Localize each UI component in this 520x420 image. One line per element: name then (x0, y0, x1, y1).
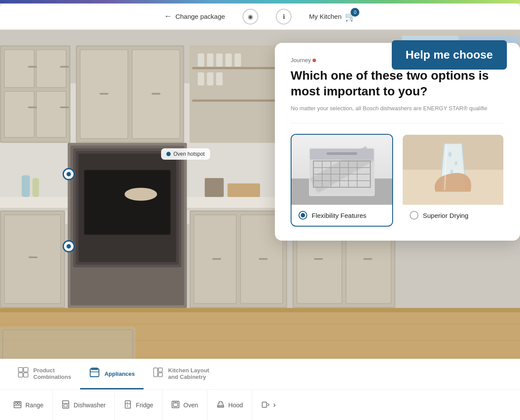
sub-tabs: Range Dishwasher Fridge (0, 389, 520, 420)
my-kitchen-button[interactable]: My Kitchen 🛒 0 (309, 11, 356, 22)
sub-tab-range-label: Range (25, 402, 43, 409)
cart-badge: 0 (351, 8, 359, 17)
option-flexibility-radio (299, 211, 307, 220)
svg-rect-115 (14, 402, 21, 408)
tab-kitchen-layout[interactable]: Kitchen Layout and Cabinetry (144, 359, 218, 389)
option-flexibility[interactable]: Flexibility Features (291, 134, 393, 227)
option-drying-radio (410, 211, 418, 220)
tab-product-combinations[interactable]: Product Combinations (9, 359, 80, 389)
svg-rect-57 (73, 267, 182, 302)
svg-rect-55 (85, 171, 169, 234)
svg-rect-121 (64, 404, 67, 407)
svg-rect-47 (4, 215, 61, 304)
product-combinations-icon (18, 367, 29, 381)
hood-icon (216, 400, 225, 410)
svg-rect-107 (18, 373, 23, 377)
svg-rect-74 (32, 178, 39, 197)
svg-rect-5 (36, 50, 66, 88)
navigation-bar: ← Change package ◉ ℹ My Kitchen 🛒 0 (0, 4, 520, 30)
journey-question-title: Which one of these two options is most i… (291, 68, 504, 100)
oven-icon (171, 400, 180, 410)
hotspot-oven[interactable]: Oven hotspot (161, 148, 210, 160)
back-button[interactable]: ← Change package (164, 12, 225, 21)
option-flexibility-label: Flexibility Features (292, 205, 392, 226)
svg-rect-25 (235, 53, 241, 66)
help-choose-button[interactable]: Help me choose (392, 40, 507, 70)
info-icon: ℹ (283, 13, 285, 20)
svg-rect-97 (327, 152, 357, 155)
tab-appliances-label: Appliances (105, 371, 135, 377)
main-container: ← Change package ◉ ℹ My Kitchen 🛒 0 (0, 4, 520, 420)
fridge-icon (123, 400, 132, 410)
kitchen-scene: Oven hotspot Help me choose Journey Whic… (0, 30, 520, 359)
svg-rect-19 (192, 67, 279, 69)
sub-tab-oven-label: Oven (183, 402, 198, 409)
option-drying[interactable]: Superior Drying (402, 134, 504, 227)
svg-rect-28 (216, 73, 223, 86)
tab-kitchen-layout-label: Kitchen Layout and Cabinetry (168, 367, 209, 380)
sub-tab-hood-label: Hood (228, 402, 243, 409)
svg-rect-21 (198, 53, 204, 66)
oven-hotspot-dot-icon (166, 152, 171, 156)
broadcast-icon: ◉ (248, 13, 253, 20)
svg-point-100 (448, 152, 452, 157)
svg-rect-20 (192, 99, 279, 102)
option-drying-text: Superior Drying (423, 212, 468, 219)
svg-rect-113 (158, 368, 162, 372)
svg-rect-27 (207, 73, 214, 86)
svg-point-101 (455, 161, 457, 165)
sub-tab-dishwasher-label: Dishwasher (74, 402, 105, 409)
journey-required-indicator (313, 59, 316, 62)
svg-rect-71 (228, 183, 260, 197)
svg-rect-4 (4, 50, 34, 88)
tab-kitchen-layout-line2: and Cabinetry (168, 374, 209, 380)
oven-hotspot-label: Oven hotspot (173, 151, 204, 157)
sub-tab-hood[interactable]: Hood (207, 390, 252, 420)
svg-rect-6 (4, 91, 34, 137)
svg-rect-63 (259, 258, 268, 260)
info-icon-button[interactable]: ℹ (276, 9, 292, 24)
sub-tab-range[interactable]: Range (4, 390, 53, 420)
svg-rect-105 (18, 368, 23, 372)
dishwasher-icon (61, 400, 70, 410)
svg-rect-8 (28, 66, 37, 68)
sub-tab-more[interactable]: › (252, 390, 285, 420)
svg-rect-131 (218, 406, 224, 407)
option-drying-label: Superior Drying (403, 205, 503, 226)
svg-point-130 (177, 402, 178, 402)
appliances-icon (89, 367, 100, 381)
journey-options: Flexibility Features (291, 134, 504, 227)
sub-tab-oven[interactable]: Oven (162, 390, 207, 420)
hotspot-lower-left[interactable] (63, 240, 75, 252)
svg-rect-68 (314, 258, 323, 260)
svg-point-128 (173, 402, 174, 402)
svg-rect-17 (152, 93, 161, 95)
svg-rect-108 (24, 373, 28, 377)
top-color-bar (0, 0, 520, 4)
hotspot-left[interactable] (63, 168, 75, 180)
svg-rect-70 (205, 178, 224, 197)
svg-rect-122 (125, 401, 130, 408)
back-label: Change package (176, 13, 225, 20)
tab-product-combinations-line2: Combinations (33, 374, 71, 380)
sub-tab-fridge[interactable]: Fridge (115, 390, 162, 420)
sub-tab-more-label: › (273, 400, 276, 410)
svg-rect-22 (207, 53, 214, 66)
svg-point-116 (15, 402, 18, 405)
journey-subtitle: No matter your selection, all Bosch dish… (291, 104, 504, 113)
svg-rect-114 (158, 373, 162, 377)
tab-kitchen-layout-line1: Kitchen Layout (168, 367, 209, 374)
svg-rect-134 (262, 402, 267, 407)
sub-tab-dishwasher[interactable]: Dishwasher (53, 390, 115, 420)
svg-rect-62 (212, 258, 221, 260)
tab-appliances[interactable]: Appliances (80, 359, 144, 389)
svg-line-136 (267, 405, 269, 406)
more-icon (261, 400, 270, 410)
svg-rect-7 (36, 91, 66, 137)
svg-rect-80 (0, 327, 135, 359)
svg-rect-73 (22, 175, 30, 197)
svg-rect-10 (60, 66, 69, 68)
back-arrow-icon: ← (164, 12, 172, 21)
broadcast-icon-button[interactable]: ◉ (242, 9, 258, 24)
option-flexibility-image (292, 135, 392, 205)
